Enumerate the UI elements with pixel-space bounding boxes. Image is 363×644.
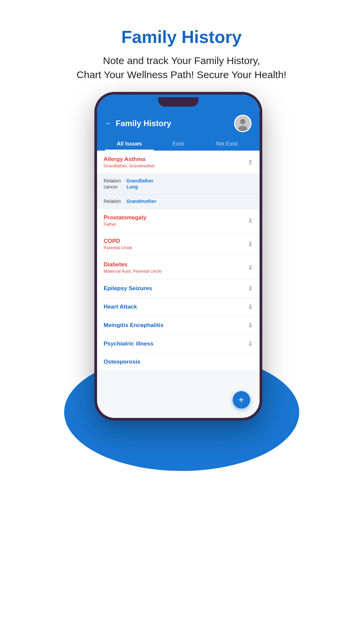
issue-name-epilepsy: Epilepsy Seizures — [104, 285, 152, 292]
relation-label-2: Relation — [104, 199, 124, 204]
avatar[interactable] — [234, 115, 252, 132]
phone-notch — [158, 97, 198, 107]
back-icon[interactable]: ← — [105, 119, 112, 128]
tab-not-exist[interactable]: Not Exist — [202, 138, 251, 151]
issue-name-meingitis: Meingitis Encephalitis — [104, 322, 164, 329]
screen-title: Family History — [116, 119, 171, 128]
tab-bar: All Issues Exist Not Exist — [105, 138, 252, 151]
issue-name-diabetes: Diabetes — [104, 261, 162, 268]
svg-point-1 — [240, 119, 245, 124]
chevron-down-icon-7: ⇩ — [248, 322, 253, 329]
screen-body: Allergy Asthma Grandfather, Grandmother … — [97, 151, 260, 398]
tab-exist[interactable]: Exist — [154, 138, 202, 151]
issue-item-diabetes[interactable]: Diabetes Maternal Aunt, Parental Uncle ⇩ — [97, 256, 260, 279]
issue-name-osteoporosis: Osteoporosis — [104, 359, 141, 365]
issue-name-prostatomegaly: Prostatomegaly — [104, 214, 147, 221]
relation-value-grandfather: Grandfather — [127, 178, 153, 183]
power-button — [262, 159, 262, 182]
phone-inner: ← Family History All Issues — [97, 95, 260, 418]
phone-mockup: ← Family History All Issues — [94, 92, 269, 444]
page-header: Family History Note and track Your Famil… — [77, 27, 286, 82]
chevron-up-icon: ⇧ — [248, 159, 253, 166]
relation-value-grandmother: Grandmother — [127, 199, 156, 204]
issue-item-1: Allergy Asthma Grandfather, Grandmother … — [97, 151, 260, 209]
issue-subtitle-copd: Parental Uncle — [104, 245, 132, 250]
volume-down-button — [94, 174, 95, 191]
issue-name-allergy: Allergy Asthma — [104, 156, 155, 163]
issue-item-osteoporosis[interactable]: Osteoporosis — [97, 353, 260, 371]
issue-subtitle-prostatomegaly: Father — [104, 222, 147, 227]
issue-item-psychiatric[interactable]: Psychiatric illness ⇩ — [97, 335, 260, 353]
svg-point-2 — [238, 126, 247, 132]
cancer-value-lung: Lung — [127, 184, 138, 190]
detail-row-grandfather: Relation Grandfather cancer Lung — [97, 174, 260, 195]
chevron-down-icon-2: ⇩ — [248, 217, 253, 224]
issue-subtitle-allergy: Grandfather, Grandmother — [104, 163, 155, 168]
issue-name-psychiatric: Psychiatric illness — [104, 340, 153, 347]
chevron-down-icon-8: ⇩ — [248, 340, 253, 347]
chevron-down-icon-3: ⇩ — [248, 240, 253, 248]
chevron-down-icon-4: ⇩ — [248, 264, 253, 271]
header-top-bar: ← Family History — [105, 115, 252, 132]
relation-label-1: Relation — [104, 178, 124, 183]
page-title: Family History — [77, 27, 286, 47]
phone-shell: ← Family History All Issues — [94, 92, 262, 421]
issue-item-prostatomegaly[interactable]: Prostatomegaly Father ⇩ — [97, 209, 260, 232]
issue-name-heart-attack: Heart Attack — [104, 304, 137, 310]
issue-item-epilepsy[interactable]: Epilepsy Seizures ⇩ — [97, 279, 260, 298]
cancer-label: cancer — [104, 184, 124, 190]
page-subtitle: Note and track Your Family History, Char… — [77, 54, 286, 82]
issue-subtitle-diabetes: Maternal Aunt, Parental Uncle — [104, 269, 162, 274]
phone-content-container: Allergy Asthma Grandfather, Grandmother … — [97, 151, 260, 418]
tab-all-issues[interactable]: All Issues — [105, 138, 154, 151]
detail-row-grandmother: Relation Grandmother — [97, 195, 260, 209]
issue-item-copd[interactable]: COPD Parental Uncle ⇩ — [97, 232, 260, 256]
issue-name-copd: COPD — [104, 238, 132, 245]
chevron-down-icon-6: ⇩ — [248, 303, 253, 311]
chevron-down-icon-5: ⇩ — [248, 285, 253, 292]
issue-item-heart-attack[interactable]: Heart Attack ⇩ — [97, 298, 260, 316]
volume-up-button — [94, 152, 95, 169]
back-row: ← Family History — [105, 119, 171, 128]
issue-header-allergy[interactable]: Allergy Asthma Grandfather, Grandmother … — [97, 151, 260, 174]
issue-item-meingitis[interactable]: Meingitis Encephalitis ⇩ — [97, 316, 260, 335]
add-fab-button[interactable]: + — [233, 391, 250, 409]
